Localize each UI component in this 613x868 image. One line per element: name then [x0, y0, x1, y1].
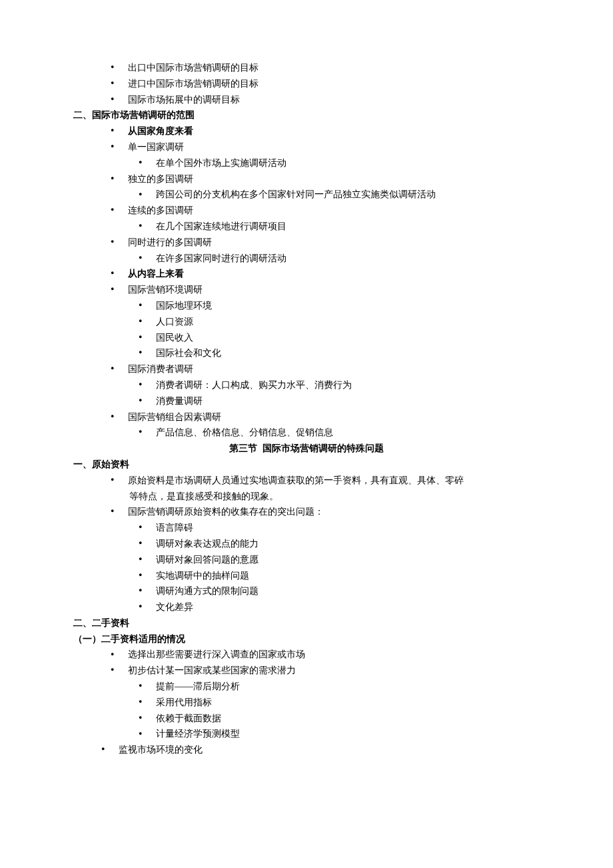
text-line: 语言障碍: [73, 520, 540, 536]
text-line: 国际社会和文化: [73, 345, 540, 361]
text-line: 国际营销调研原始资料的收集存在的突出问题：: [73, 504, 540, 520]
text-line: 跨国公司的分支机构在多个国家针对同一产品独立实施类似调研活动: [73, 187, 540, 203]
text-line: 消费者调研：人口构成、购买力水平、消费行为: [73, 377, 540, 393]
text-line: 人口资源: [73, 314, 540, 330]
text-line: 国际消费者调研: [73, 361, 540, 377]
text-line: 监视市场环境的变化: [73, 742, 540, 758]
text-line: 二、国际市场营销调研的范围: [73, 107, 540, 123]
text-line: 二、二手资料: [73, 615, 540, 631]
text-line: 产品信息、价格信息、分销信息、促销信息: [73, 425, 540, 441]
text-line: 提前——滞后期分析: [73, 679, 540, 695]
text-line: 消费量调研: [73, 393, 540, 409]
text-line: 从内容上来看: [73, 266, 540, 282]
text-line: 连续的多国调研: [73, 203, 540, 219]
text-line: 出口中国际市场营销调研的目标: [73, 60, 540, 76]
text-line: 在几个国家连续地进行调研项目: [73, 219, 540, 235]
text-line: 一、原始资料: [73, 457, 540, 473]
text-line: 在单个国外市场上实施调研活动: [73, 155, 540, 171]
text-line: 调研对象表达观点的能力: [73, 536, 540, 552]
text-line: 单一国家调研: [73, 139, 540, 155]
text-line: 初步估计某一国家或某些国家的需求潜力: [73, 663, 540, 679]
text-line: 进口中国际市场营销调研的目标: [73, 76, 540, 92]
text-line: 在许多国家同时进行的调研活动: [73, 251, 540, 267]
text-line: 从国家角度来看: [73, 123, 540, 139]
text-line: 国际地理环境: [73, 298, 540, 314]
text-line: 调研对象回答问题的意愿: [73, 552, 540, 568]
text-line: （一）二手资料适用的情况: [73, 631, 540, 647]
text-line: 采用代用指标: [73, 695, 540, 711]
text-line: 计量经济学预测模型: [73, 726, 540, 742]
text-line: 调研沟通方式的限制问题: [73, 583, 540, 599]
text-line: 等特点，是直接感受和接触的现象。: [73, 489, 540, 505]
text-line: 国民收入: [73, 330, 540, 346]
text-line: 选择出那些需要进行深入调查的国家或市场: [73, 647, 540, 663]
text-line: 国际营销组合因素调研: [73, 409, 540, 425]
text-line: 实地调研中的抽样问题: [73, 568, 540, 584]
text-line: 原始资料是市场调研人员通过实地调查获取的第一手资料，具有直观、具体、零碎: [73, 473, 540, 489]
text-line: 第三节 国际市场营销调研的特殊问题: [73, 441, 540, 457]
text-line: 文化差异: [73, 599, 540, 615]
text-line: 同时进行的多国调研: [73, 235, 540, 251]
text-line: 依赖于截面数据: [73, 711, 540, 727]
text-line: 国际市场拓展中的调研目标: [73, 92, 540, 108]
document-body: 出口中国际市场营销调研的目标进口中国际市场营销调研的目标国际市场拓展中的调研目标…: [73, 60, 540, 758]
text-line: 独立的多国调研: [73, 171, 540, 187]
text-line: 国际营销环境调研: [73, 282, 540, 298]
